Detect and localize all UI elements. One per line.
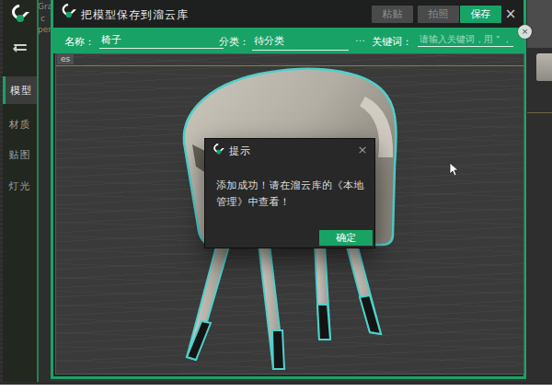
background-panel-corner [527,0,552,48]
liuyunku-logo-icon [61,4,77,20]
sidebar-item-light[interactable]: 灯光 [3,172,37,200]
window-titlebar: 把模型保存到溜云库 粘贴 拍照 保存 × [53,0,523,28]
background-text-fragment: pert [38,25,51,34]
background-viewport-edge [527,112,552,113]
mouse-cursor [449,162,459,177]
tip-modal-title: 提示 [229,144,251,158]
chair-legs [187,243,381,369]
background-3d-object [536,53,552,81]
tip-modal-message: 添加成功！请在溜云库的《本地管理》中查看！ [216,178,365,211]
name-label: 名称： [64,35,95,49]
sidebar-item-model[interactable]: 模型 [3,76,37,104]
tip-modal: 提示 × 添加成功！请在溜云库的《本地管理》中查看！ 确定 [204,138,375,248]
sidebar-item-texture[interactable]: 贴图 [3,141,37,168]
sidebar: 模型 材质 贴图 灯光 [3,0,37,382]
liuyunku-logo-icon [213,144,225,156]
circle-close-icon[interactable]: × [518,25,532,39]
sidebar-divider [37,0,39,382]
sidebar-item-material[interactable]: 材质 [3,110,37,138]
collapse-sidebar-icon[interactable] [12,42,29,53]
photo-button[interactable]: 拍照 [418,6,459,23]
ok-button[interactable]: 确定 [319,230,373,246]
save-button[interactable]: 保存 [460,6,501,23]
category-more-button[interactable]: … [355,32,365,44]
background-text-fragment: Graph [38,2,51,11]
background-text-fragment: c [40,14,50,23]
background-panel-left [39,0,51,382]
category-label: 分类： [219,35,249,49]
liuyunku-logo-icon [10,5,30,25]
keywords-input[interactable] [418,34,513,47]
paste-button[interactable]: 粘贴 [372,6,413,23]
window-title: 把模型保存到溜云库 [81,7,189,23]
keywords-label: 关键词： [372,35,412,49]
close-window-icon[interactable]: × [502,5,519,23]
close-modal-icon[interactable]: × [356,143,369,157]
screenshot-stage: Graph c pert 模型 材质 贴图 灯光 把模型保存到溜云库 粘贴 拍照… [0,0,552,392]
form-bar: 名称： 分类： 待分类 … 关键词： × [53,28,523,53]
category-select[interactable]: 待分类 [252,34,349,51]
name-input[interactable] [99,34,224,49]
tip-modal-header: 提示 × [205,139,374,162]
